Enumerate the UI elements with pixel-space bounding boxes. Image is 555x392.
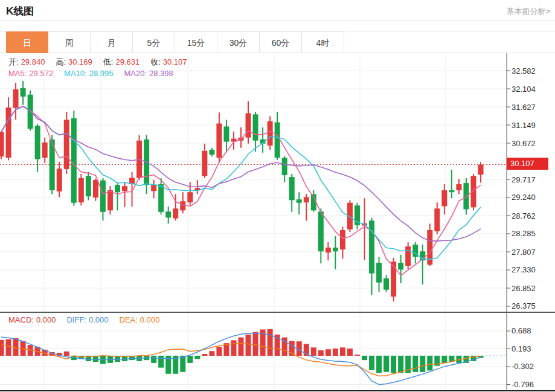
ohlc-row-open: 开:29.840 <box>8 57 47 66</box>
svg-text:29.240: 29.240 <box>512 193 536 202</box>
svg-text:29.717: 29.717 <box>512 175 536 184</box>
period-tabs: 日周月5分15分30分60分4时 <box>6 31 344 53</box>
svg-text:28.285: 28.285 <box>512 229 536 238</box>
svg-text:30.672: 30.672 <box>512 139 536 148</box>
tab-60min[interactable]: 60分 <box>260 31 302 53</box>
tab-day[interactable]: 日 <box>6 31 48 53</box>
tab-30min[interactable]: 30分 <box>217 31 260 53</box>
fundamental-analysis-link[interactable]: 基本面分析> <box>506 6 550 17</box>
macd-row-diff: DIFF:0.000 <box>66 315 111 324</box>
svg-text:0.688: 0.688 <box>512 326 531 335</box>
svg-text:26.375: 26.375 <box>512 301 536 310</box>
ma-row-ma20: MA20:28.398 <box>124 69 175 78</box>
page-title: K线图 <box>6 4 34 18</box>
tab-month[interactable]: 月 <box>91 31 133 53</box>
kline-page: { "header": { "title": "K线图", "link": "基… <box>0 0 555 392</box>
kline-chart: 32.58232.10431.62731.14930.67230.19429.7… <box>0 53 555 392</box>
ma-row-ma10: MA10:28.995 <box>64 69 115 78</box>
header-divider <box>0 20 555 21</box>
ohlc-row-high: 高:30.169 <box>56 57 94 66</box>
tab-week[interactable]: 周 <box>48 31 91 53</box>
ohlc-readout: 开:29.840高:30.169低:29.631收:30.107 <box>8 57 198 68</box>
ma-row-ma5: MA5:29.572 <box>8 69 56 78</box>
svg-text:27.807: 27.807 <box>512 248 536 257</box>
macd-readout: MACD:0.000DIFF:0.000DEA:0.000 <box>8 315 170 324</box>
svg-text:31.627: 31.627 <box>512 103 536 112</box>
chart-canvas[interactable]: 32.58232.10431.62731.14930.67230.19429.7… <box>0 53 555 392</box>
svg-text:32.104: 32.104 <box>512 85 536 94</box>
svg-text:32.582: 32.582 <box>512 66 536 76</box>
svg-text:28.762: 28.762 <box>512 211 536 220</box>
tab-15min[interactable]: 15分 <box>175 31 217 53</box>
ohlc-row-close: 收:30.107 <box>150 57 189 66</box>
ohlc-row-low: 低:29.631 <box>103 57 142 66</box>
macd-row-macd: MACD:0.000 <box>8 315 58 324</box>
current-price-badge: 30.107 <box>507 158 548 170</box>
svg-text:26.852: 26.852 <box>512 284 536 293</box>
svg-text:27.330: 27.330 <box>512 265 536 274</box>
svg-text:-0.796: -0.796 <box>512 380 534 389</box>
tab-4hour[interactable]: 4时 <box>302 31 344 53</box>
svg-text:0.193: 0.193 <box>512 344 531 353</box>
svg-text:31.149: 31.149 <box>512 121 536 130</box>
tab-5min[interactable]: 5分 <box>133 31 175 53</box>
macd-row-dea: DEA:0.000 <box>119 315 162 324</box>
svg-text:-0.302: -0.302 <box>512 362 534 371</box>
period-tabbar: 日周月5分15分30分60分4时 <box>0 31 555 53</box>
ma-readout: MA5:29.572MA10:28.995MA20:28.398 <box>8 69 184 78</box>
